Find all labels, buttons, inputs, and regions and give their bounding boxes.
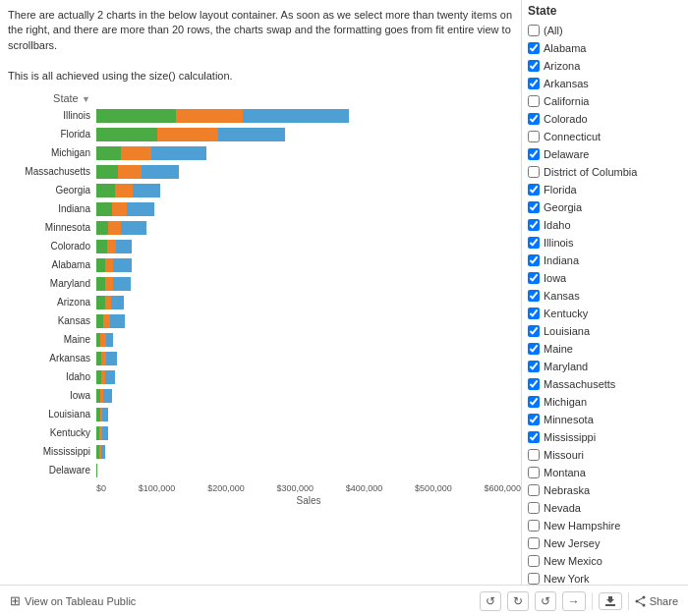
- list-item[interactable]: Idaho: [528, 216, 682, 234]
- state-checkbox[interactable]: [528, 396, 540, 408]
- list-item[interactable]: Montana: [528, 464, 682, 481]
- list-item[interactable]: Iowa: [528, 269, 682, 287]
- download-button[interactable]: [599, 592, 622, 610]
- bar-segment-blue: [102, 426, 108, 440]
- list-item[interactable]: Massachusetts: [528, 375, 682, 393]
- bar-segments: [96, 464, 97, 477]
- list-item[interactable]: Louisiana: [528, 322, 682, 340]
- state-checkbox-label: Louisiana: [544, 325, 590, 337]
- bar-segment-orange: [105, 258, 114, 272]
- sort-icon[interactable]: ▼: [82, 94, 90, 104]
- checkbox-list: (All)AlabamaArizonaArkansasCaliforniaCol…: [528, 22, 682, 585]
- state-checkbox[interactable]: [528, 42, 540, 54]
- state-checkbox-label: Kentucky: [544, 308, 588, 319]
- list-item[interactable]: District of Columbia: [528, 163, 682, 181]
- list-item[interactable]: Arkansas: [528, 75, 682, 92]
- state-checkbox[interactable]: [528, 78, 540, 89]
- footer: ⊞ View on Tableau Public ↺ ↻ ↺ → Share: [0, 585, 688, 616]
- share-button[interactable]: Share: [635, 595, 678, 607]
- view-on-tableau-link[interactable]: View on Tableau Public: [25, 595, 136, 607]
- state-checkbox-label: New Jersey: [544, 537, 600, 549]
- state-checkbox[interactable]: [528, 184, 540, 196]
- state-checkbox[interactable]: [528, 308, 540, 319]
- state-filter-sidebar: State (All)AlabamaArizonaArkansasCalifor…: [521, 0, 688, 585]
- table-row: Delaware: [8, 462, 521, 479]
- list-item[interactable]: Nevada: [528, 499, 682, 517]
- bar-state-label: Indiana: [8, 203, 96, 214]
- bar-segment-green: [96, 184, 115, 197]
- state-checkbox-label: New Hampshire: [544, 520, 620, 532]
- table-row: Maryland: [8, 275, 521, 293]
- list-item[interactable]: (All): [528, 22, 682, 39]
- list-item[interactable]: Kentucky: [528, 305, 682, 322]
- list-item[interactable]: New Mexico: [528, 552, 682, 570]
- list-item[interactable]: Georgia: [528, 198, 682, 216]
- state-checkbox[interactable]: [528, 25, 540, 36]
- bar-segment-blue: [243, 109, 350, 123]
- state-checkbox-label: Michigan: [544, 396, 587, 408]
- list-item[interactable]: New Jersey: [528, 534, 682, 552]
- bar-state-label: Maine: [8, 334, 96, 345]
- state-checkbox[interactable]: [528, 131, 540, 142]
- state-checkbox[interactable]: [528, 95, 540, 107]
- list-item[interactable]: Delaware: [528, 145, 682, 163]
- state-checkbox[interactable]: [528, 113, 540, 125]
- list-item[interactable]: Kansas: [528, 287, 682, 305]
- forward-button[interactable]: →: [562, 591, 586, 611]
- list-item[interactable]: Indiana: [528, 252, 682, 269]
- bar-segments: [96, 333, 113, 347]
- list-item[interactable]: New York: [528, 570, 682, 585]
- back-button[interactable]: ↺: [535, 591, 556, 611]
- undo-button[interactable]: ↺: [480, 591, 501, 611]
- bar-state-label: Iowa: [8, 390, 96, 401]
- list-item[interactable]: Missouri: [528, 446, 682, 464]
- state-checkbox[interactable]: [528, 60, 540, 72]
- bar-segments: [96, 408, 108, 421]
- state-checkbox-label: Idaho: [544, 219, 571, 231]
- state-checkbox[interactable]: [528, 361, 540, 372]
- state-checkbox[interactable]: [528, 502, 540, 514]
- list-item[interactable]: Arizona: [528, 57, 682, 75]
- list-item[interactable]: Connecticut: [528, 128, 682, 145]
- state-checkbox[interactable]: [528, 520, 540, 532]
- state-checkbox[interactable]: [528, 201, 540, 213]
- list-item[interactable]: Mississippi: [528, 428, 682, 446]
- state-checkbox[interactable]: [528, 325, 540, 337]
- list-item[interactable]: Nebraska: [528, 481, 682, 499]
- state-checkbox[interactable]: [528, 219, 540, 231]
- list-item[interactable]: Colorado: [528, 110, 682, 128]
- list-item[interactable]: Florida: [528, 181, 682, 198]
- bar-segments: [96, 128, 285, 141]
- bar-segment-green: [96, 258, 105, 272]
- state-checkbox[interactable]: [528, 467, 540, 478]
- redo-button[interactable]: ↻: [507, 591, 529, 611]
- state-checkbox[interactable]: [528, 254, 540, 266]
- list-item[interactable]: Alabama: [528, 39, 682, 57]
- list-item[interactable]: Michigan: [528, 393, 682, 411]
- table-row: Arkansas: [8, 350, 521, 367]
- state-checkbox[interactable]: [528, 237, 540, 249]
- state-checkbox[interactable]: [528, 573, 540, 585]
- state-checkbox[interactable]: [528, 290, 540, 302]
- state-checkbox[interactable]: [528, 166, 540, 178]
- state-checkbox-label: Maine: [544, 343, 573, 355]
- state-checkbox-label: Kansas: [544, 290, 580, 302]
- state-checkbox[interactable]: [528, 431, 540, 443]
- list-item[interactable]: Minnesota: [528, 411, 682, 428]
- state-checkbox[interactable]: [528, 378, 540, 390]
- state-checkbox[interactable]: [528, 484, 540, 496]
- list-item[interactable]: California: [528, 92, 682, 110]
- state-checkbox[interactable]: [528, 449, 540, 461]
- state-checkbox[interactable]: [528, 148, 540, 160]
- list-item[interactable]: Illinois: [528, 234, 682, 252]
- state-checkbox[interactable]: [528, 537, 540, 549]
- state-checkbox[interactable]: [528, 414, 540, 425]
- bar-segment-green: [96, 277, 105, 291]
- state-checkbox[interactable]: [528, 555, 540, 567]
- list-item[interactable]: Maryland: [528, 358, 682, 375]
- list-item[interactable]: New Hampshire: [528, 517, 682, 534]
- bar-state-label: Minnesota: [8, 222, 96, 233]
- list-item[interactable]: Maine: [528, 340, 682, 358]
- state-checkbox[interactable]: [528, 272, 540, 284]
- state-checkbox[interactable]: [528, 343, 540, 355]
